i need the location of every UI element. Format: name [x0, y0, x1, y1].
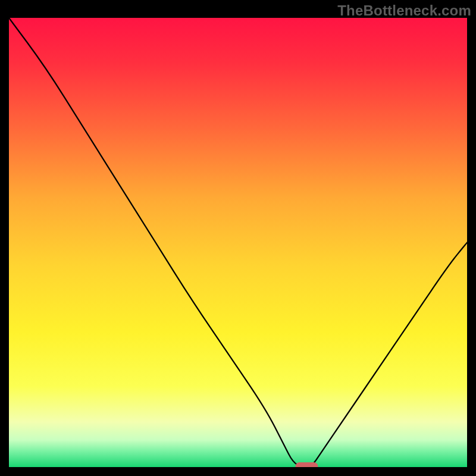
chart-background-gradient	[9, 18, 467, 467]
optimal-marker	[296, 462, 318, 467]
chart-frame: TheBottleneck.com	[0, 0, 476, 476]
watermark-text: TheBottleneck.com	[337, 2, 471, 19]
chart-svg	[9, 18, 467, 467]
chart-plot-area	[9, 18, 467, 467]
